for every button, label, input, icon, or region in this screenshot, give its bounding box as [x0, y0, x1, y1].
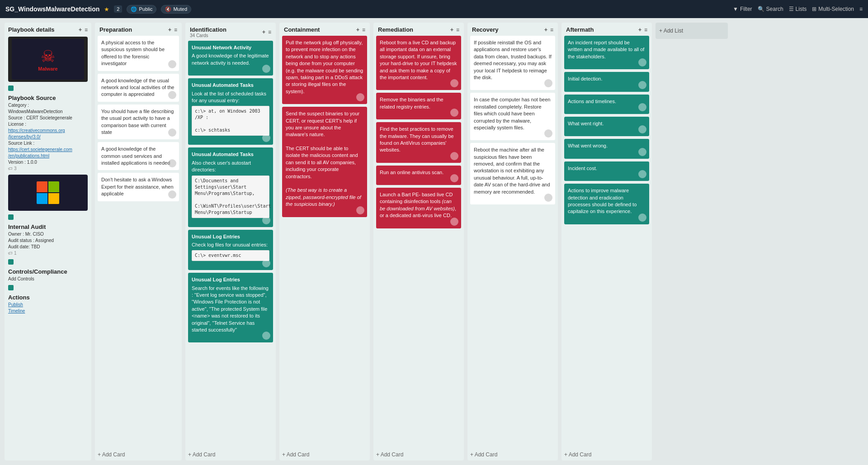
publish-link[interactable]: Publish [8, 302, 88, 307]
table-row[interactable]: Reboot from a live CD and backup all imp… [376, 36, 461, 90]
license-link2[interactable]: /licenses/by/3.0/ [8, 134, 88, 139]
source-link2[interactable]: /en/publications.html [8, 153, 88, 158]
table-row[interactable]: Reboot the machine after all the suspici… [470, 143, 555, 204]
recovery-add-card-button[interactable]: + Add Card [467, 449, 558, 460]
remediation-add-button[interactable]: + [450, 27, 453, 33]
card-toggle[interactable] [638, 103, 646, 111]
aftermath-add-button[interactable]: + [638, 27, 642, 33]
card-toggle[interactable] [638, 148, 646, 156]
card-toggle[interactable] [638, 125, 646, 133]
playbook-source-section: Playbook Source Category : WindowsMalwar… [8, 95, 88, 171]
recovery-menu-button[interactable]: ≡ [550, 27, 553, 33]
aftermath-add-card-button[interactable]: + Add Card [561, 449, 652, 460]
add-list-button[interactable]: + Add List [656, 23, 728, 39]
card-toggle[interactable] [168, 91, 176, 99]
table-row[interactable]: Initial detection. [564, 72, 649, 91]
table-row[interactable]: Unusual Automated Tasks Look at the list… [188, 78, 273, 145]
muted-pill[interactable]: 🔇 Muted [161, 5, 191, 14]
remediation-column: Remediation + ≡ Reboot from a live CD an… [373, 23, 464, 460]
table-row[interactable]: Actions and timelines. [564, 95, 649, 114]
table-row[interactable]: In case the computer has not been reinst… [470, 93, 555, 140]
card-toggle[interactable] [544, 129, 552, 138]
card-toggle[interactable] [638, 58, 646, 66]
star-icon[interactable]: ★ [104, 6, 109, 13]
table-row[interactable]: Don't hesitate to ask a Windows Expert f… [98, 173, 179, 201]
table-row[interactable]: A physical access to the suspicious syst… [98, 36, 179, 71]
table-row[interactable]: Unusual Network Activity A good knowledg… [188, 41, 273, 76]
preparation-menu-button[interactable]: ≡ [174, 27, 177, 33]
sidebar-menu-button[interactable]: ≡ [85, 27, 88, 33]
table-row[interactable]: A good knowledge of the common used serv… [98, 142, 179, 170]
table-row[interactable]: What went wrong. [564, 139, 649, 158]
table-row[interactable]: If possible reinstall the OS and applica… [470, 36, 555, 90]
card-toggle[interactable] [450, 174, 458, 182]
containment-menu-button[interactable]: ≡ [362, 27, 365, 33]
remediation-add-card-button[interactable]: + Add Card [373, 449, 464, 460]
visibility-pill[interactable]: 🌐 Public [127, 5, 156, 14]
multiselection-button[interactable]: ⊞ Multi-Selection [812, 6, 854, 12]
card-toggle[interactable] [638, 170, 646, 178]
recovery-column-header: Recovery + ≡ [467, 23, 558, 36]
table-row[interactable]: Launch a Bart PE- based live CD containi… [376, 188, 461, 228]
lists-button[interactable]: ☰ Lists [789, 6, 807, 12]
card-toggle[interactable] [168, 60, 176, 68]
search-icon: 🔍 [758, 6, 764, 12]
card-toggle[interactable] [450, 79, 458, 87]
playbook-image: ☠ Malware [8, 37, 88, 82]
table-row[interactable]: What went right. [564, 117, 649, 136]
containment-add-card-button[interactable]: + Add Card [279, 449, 370, 460]
containment-add-button[interactable]: + [356, 27, 359, 33]
card-toggle[interactable] [262, 332, 270, 340]
table-row[interactable]: Unusual Log Entries Check log files for … [188, 230, 273, 270]
card-toggle[interactable] [544, 79, 552, 87]
add-sidebar-item-button[interactable]: + [79, 27, 82, 33]
table-row[interactable]: An incident report should be written and… [564, 36, 649, 69]
controls-section: Controls/Compliance Add Controls [8, 268, 88, 281]
table-row[interactable]: Unusual Automated Tasks Also check user'… [188, 147, 273, 227]
table-row[interactable]: You should have a file describing the us… [98, 104, 179, 140]
card-toggle[interactable] [450, 152, 458, 160]
card-toggle[interactable] [450, 218, 458, 226]
aftermath-menu-button[interactable]: ≡ [644, 27, 647, 33]
recovery-add-button[interactable]: + [544, 27, 547, 33]
card-toggle[interactable] [168, 128, 176, 137]
version-label: Version : 1.0.0 [8, 160, 88, 165]
table-row[interactable]: Unusual Log Entries Search for events li… [188, 273, 273, 342]
card-toggle[interactable] [168, 190, 176, 199]
card-toggle[interactable] [262, 259, 270, 267]
preparation-add-card-button[interactable]: + Add Card [95, 449, 182, 460]
preparation-add-button[interactable]: + [168, 27, 171, 33]
card-toggle[interactable] [544, 194, 552, 202]
card-toggle[interactable] [638, 214, 646, 222]
card-toggle[interactable] [262, 134, 270, 142]
source-link1[interactable]: https://cert.societegenerale.com [8, 147, 88, 152]
card-toggle[interactable] [168, 159, 176, 167]
identification-add-button[interactable]: + [262, 29, 265, 35]
card-toggle[interactable] [638, 81, 646, 89]
card-toggle[interactable] [356, 93, 364, 101]
table-row[interactable]: Find the best practices to remove the ma… [376, 122, 461, 163]
identification-add-card-button[interactable]: + Add Card [185, 449, 276, 460]
table-row[interactable]: Actions to improve malware detection and… [564, 184, 649, 224]
menu-icon[interactable]: ≡ [859, 6, 863, 12]
table-row[interactable]: Send the suspect binaries to your CERT, … [282, 107, 367, 217]
table-row[interactable]: Incident cost. [564, 161, 649, 181]
identification-menu-button[interactable]: ≡ [268, 29, 271, 35]
timeline-link[interactable]: Timeline [8, 308, 88, 313]
card-toggle[interactable] [356, 206, 364, 214]
search-button[interactable]: 🔍 Search [758, 6, 783, 12]
card-toggle[interactable] [262, 65, 270, 73]
table-row[interactable]: Run an online antivirus scan. [376, 166, 461, 185]
filter-icon: ▼ [733, 6, 738, 12]
filter-button[interactable]: ▼ Filter [733, 6, 752, 12]
card-toggle[interactable] [262, 216, 270, 224]
table-row[interactable]: A good knowledge of the usual network an… [98, 74, 179, 102]
table-row[interactable]: Pull the network plug off physically, to… [282, 36, 367, 104]
card-toggle[interactable] [450, 109, 458, 117]
teal-indicator-2 [8, 214, 14, 220]
remediation-menu-button[interactable]: ≡ [456, 27, 459, 33]
table-row[interactable]: Remove the binaries and the related regi… [376, 93, 461, 119]
license-link1[interactable]: https://creativecommons.org [8, 128, 88, 133]
audit-status-value: Audit status : Assigned [8, 238, 88, 243]
code-block: C:\> eventvwr.msc [192, 250, 269, 261]
